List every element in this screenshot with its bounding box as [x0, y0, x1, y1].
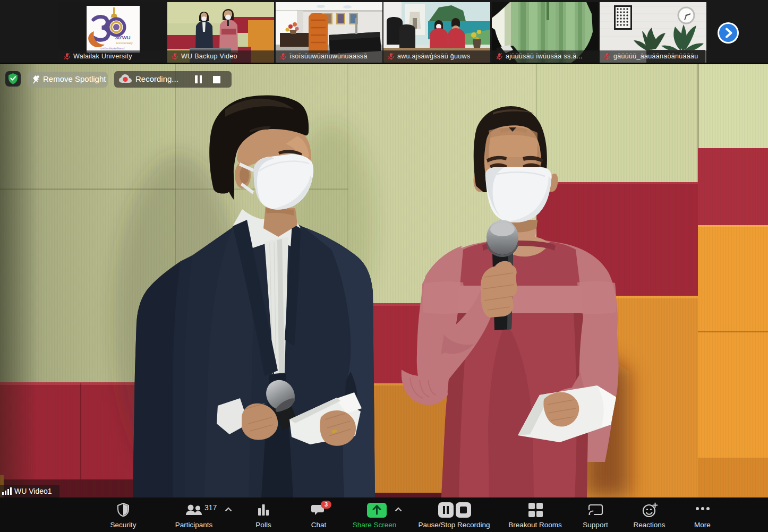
svg-text:unīōnuīāuāaīlāsnd: unīōnuīāuāaīlāsnd [100, 47, 124, 50]
svg-text:Anniversary: Anniversary [116, 41, 133, 45]
svg-text:30'WU: 30'WU [115, 35, 131, 40]
